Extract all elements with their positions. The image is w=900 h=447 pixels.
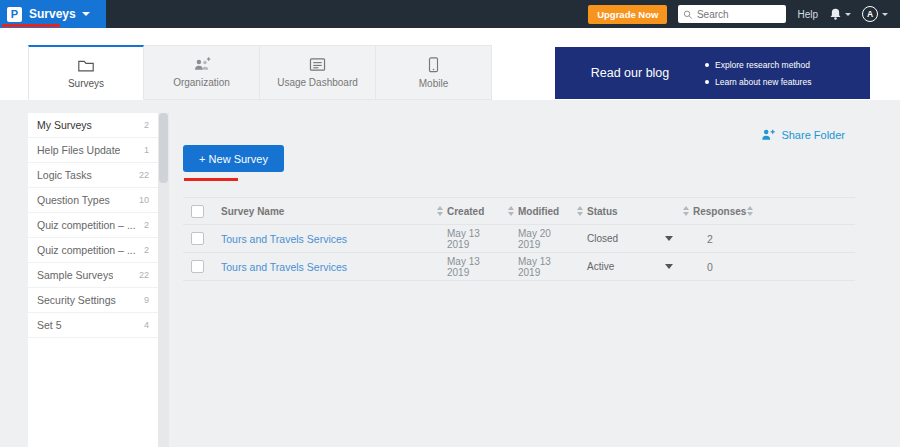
status-dropdown-caret[interactable] [665,264,673,269]
blog-bullet: Learn about new features [705,77,811,87]
blog-bullets: Explore research method Learn about new … [705,60,811,87]
header-responses: Responses [693,206,743,217]
sort-icon[interactable] [743,206,757,216]
share-folder-button[interactable]: Share Folder [759,128,845,141]
survey-name-link[interactable]: Tours and Travels Services [221,233,347,245]
sidebar-folder-item[interactable]: Security Settings 9 [28,288,158,313]
select-all-checkbox[interactable] [191,205,204,218]
help-link[interactable]: Help [797,9,818,20]
folder-count: 22 [139,270,149,280]
tab-strip: Surveys Organization Usage Dashboard [0,28,900,100]
header-checkbox-cell [191,205,221,218]
content-area: My Surveys 2 Help Files Update 1 Logic T… [0,100,900,447]
folder-count: 1 [144,145,149,155]
folder-count: 2 [144,245,149,255]
tab-organization[interactable]: Organization [144,45,260,100]
folder-label: Quiz competition – ... [37,219,136,231]
topbar-actions: Upgrade Now Help A [588,5,900,24]
modified-date: May 13 2019 [518,256,573,278]
header-created: Created [447,206,504,217]
row-checkbox[interactable] [191,232,204,245]
responses-cell: 0 [693,261,743,273]
survey-row: Tours and Travels Services May 13 2019 M… [183,225,855,253]
status-dropdown-caret[interactable] [665,236,673,241]
created-date: May 13 2019 [447,228,504,250]
brand-logo: P [7,7,22,22]
folder-count: 4 [144,320,149,330]
people-icon [192,57,211,72]
tab-label: Usage Dashboard [277,77,358,88]
main-panel: Share Folder + New Survey Survey Name Cr… [183,100,855,447]
responses-count: 0 [707,261,713,273]
header-modified: Modified [518,206,573,217]
upgrade-button[interactable]: Upgrade Now [588,5,667,24]
folder-count: 9 [144,295,149,305]
row-checkbox[interactable] [191,260,204,273]
scrollbar-thumb[interactable] [159,113,168,183]
folder-label: Set 5 [37,319,62,331]
folder-count: 22 [139,170,149,180]
status-value: Closed [587,233,618,244]
tab-surveys[interactable]: Surveys [28,45,144,100]
blog-banner[interactable]: Read our blog Explore research method Le… [555,47,870,99]
sidebar-scrollbar[interactable] [158,113,169,447]
bullet-dot-icon [705,63,709,67]
sidebar-folder-item[interactable]: Help Files Update 1 [28,138,158,163]
account-menu[interactable]: A [862,6,888,22]
status-value: Active [587,261,614,272]
responses-count: 2 [707,233,713,245]
status-cell: Closed [587,233,679,244]
sidebar-folder-item[interactable]: Quiz competition – ... 2 [28,213,158,238]
search-input[interactable] [697,9,782,20]
tabs: Surveys Organization Usage Dashboard [28,45,492,100]
tab-mobile[interactable]: Mobile [376,45,492,100]
folder-label: Sample Surveys [37,269,113,281]
row-checkbox-cell [191,260,221,273]
sidebar-folder-item[interactable]: Set 5 4 [28,313,158,338]
dashboard-icon [309,57,326,72]
folder-count: 10 [139,195,149,205]
sort-icon[interactable] [504,206,518,216]
sort-icon[interactable] [573,206,587,216]
sidebar-folder-item[interactable]: Logic Tasks 22 [28,163,158,188]
app-menu-surveys[interactable]: Surveys [29,7,90,21]
survey-name-link[interactable]: Tours and Travels Services [221,261,347,273]
tab-label: Surveys [68,78,104,89]
table-header-row: Survey Name Created Modified Status Resp… [183,197,855,225]
annotation-underline [2,24,60,27]
bullet-dot-icon [705,80,709,84]
tab-label: Organization [173,77,230,88]
blog-bullet-text: Learn about new features [715,77,811,87]
search-box[interactable] [678,5,786,23]
chevron-down-icon [82,12,90,16]
new-survey-button[interactable]: + New Survey [183,145,284,172]
folder-label: Quiz competition – ... [37,244,136,256]
modified-date: May 20 2019 [518,228,573,250]
sidebar-folder-item[interactable]: Quiz competition – ... 2 [28,238,158,263]
folders-sidebar: My Surveys 2 Help Files Update 1 Logic T… [28,113,158,447]
mobile-icon [428,57,439,73]
responses-cell: 2 [693,233,743,245]
sidebar-folder-item[interactable]: Sample Surveys 22 [28,263,158,288]
row-checkbox-cell [191,232,221,245]
chevron-down-icon [882,13,888,16]
sort-icon[interactable] [433,206,447,216]
blog-bullet-text: Explore research method [715,60,810,70]
tab-label: Mobile [419,78,448,89]
survey-name-cell: Tours and Travels Services [221,233,433,245]
sort-icon[interactable] [679,206,693,216]
survey-row: Tours and Travels Services May 13 2019 M… [183,253,855,281]
avatar: A [862,6,878,22]
share-person-icon [759,128,775,141]
app-switcher[interactable]: P Surveys [0,0,106,28]
folder-label: Logic Tasks [37,169,92,181]
sidebar-folder-item[interactable]: Question Types 10 [28,188,158,213]
notifications-menu[interactable] [829,7,851,21]
bell-icon [829,7,842,21]
sidebar-folder-item[interactable]: My Surveys 2 [28,113,158,138]
search-icon [683,9,692,20]
topbar: P Surveys Upgrade Now Help A [0,0,900,28]
created-date: May 13 2019 [447,256,504,278]
folder-count: 2 [144,220,149,230]
tab-usage-dashboard[interactable]: Usage Dashboard [260,45,376,100]
